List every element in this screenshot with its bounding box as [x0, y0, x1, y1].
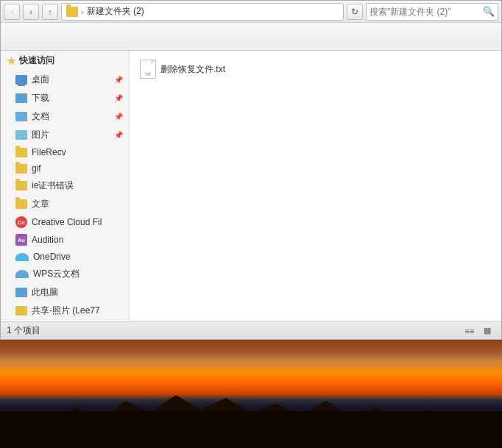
- sidebar-item-label: 桌面: [32, 74, 49, 86]
- search-icon[interactable]: 🔍: [483, 5, 495, 18]
- search-bar[interactable]: 🔍: [366, 3, 498, 21]
- sidebar-item-label: 文档: [32, 110, 49, 123]
- folder-icon: [15, 181, 27, 191]
- download-icon: [15, 93, 27, 103]
- address-bar-area: › 新建文件夹 (2) ↻: [61, 3, 363, 21]
- sidebar-item-label: OneDrive: [33, 252, 71, 262]
- sidebar-item-label: WPS云文档: [33, 268, 79, 280]
- address-bar[interactable]: › 新建文件夹 (2): [61, 3, 344, 21]
- content-area: 删除恢复文件.txt: [130, 51, 501, 321]
- desktop-wallpaper: [0, 340, 502, 448]
- docs-icon: [15, 112, 27, 121]
- sidebar-item-ie-cert[interactable]: ie证书错误: [1, 177, 129, 195]
- creative-cloud-icon: Cc: [15, 216, 27, 228]
- txt-file-icon: [140, 60, 156, 79]
- pin-icon: 📌: [114, 113, 123, 121]
- list-item[interactable]: 删除恢复文件.txt: [135, 57, 268, 82]
- sidebar-item-label: 图片: [32, 129, 49, 141]
- quick-access-label: 快速访问: [19, 54, 54, 67]
- wps-icon: [15, 270, 29, 278]
- sidebar-item-wps-cloud[interactable]: WPS云文档: [1, 265, 129, 283]
- sidebar-item-label: Creative Cloud Fil: [32, 217, 102, 227]
- view-icons: ≡≡ ▦: [462, 324, 495, 338]
- sidebar-item-gif[interactable]: gif: [1, 160, 129, 177]
- sidebar-item-this-pc[interactable]: 此电脑: [1, 283, 129, 302]
- sidebar: ★ 快速访问 桌面 📌 下载 📌 文档 📌: [1, 51, 130, 321]
- pin-icon: 📌: [114, 94, 123, 102]
- sidebar-item-label: 共享-照片 (Lee77: [32, 305, 100, 317]
- pin-icon: 📌: [114, 76, 123, 84]
- sidebar-item-onedrive[interactable]: OneDrive: [1, 249, 129, 265]
- file-explorer-window: ‹ › ↑ › 新建文件夹 (2) ↻ 🔍 ★ 快速访问: [0, 0, 502, 340]
- titlebar: ‹ › ↑ › 新建文件夹 (2) ↻ 🔍: [1, 1, 501, 23]
- sidebar-item-creative-cloud[interactable]: Cc Creative Cloud Fil: [1, 213, 129, 231]
- quick-access-header: ★ 快速访问: [1, 51, 129, 71]
- pictures-icon: [15, 130, 27, 140]
- tiles-view-button[interactable]: ▦: [479, 324, 495, 338]
- sidebar-item-audition[interactable]: Au Audition: [1, 231, 129, 249]
- address-separator: ›: [81, 7, 84, 16]
- back-button[interactable]: ‹: [4, 4, 20, 20]
- sidebar-item-label: gif: [32, 163, 41, 174]
- sidebar-item-label: Audition: [32, 235, 63, 245]
- desktop-icon: [15, 75, 27, 85]
- address-folder-icon: [66, 7, 78, 17]
- forward-button[interactable]: ›: [23, 4, 39, 20]
- sidebar-item-label: ie证书错误: [32, 179, 74, 192]
- star-icon: ★: [7, 55, 16, 67]
- sidebar-item-filerecv[interactable]: FileRecv: [1, 144, 129, 160]
- sidebar-item-desktop[interactable]: 桌面 📌: [1, 71, 129, 89]
- details-view-button[interactable]: ≡≡: [462, 324, 478, 338]
- main-area: ★ 快速访问 桌面 📌 下载 📌 文档 📌: [1, 51, 501, 321]
- sidebar-item-documents[interactable]: 文档 📌: [1, 107, 129, 126]
- share-icon: [15, 306, 27, 316]
- sidebar-item-label: 文章: [32, 198, 49, 210]
- sidebar-item-share-photos[interactable]: 共享-照片 (Lee77: [1, 302, 129, 320]
- sidebar-item-pictures[interactable]: 图片 📌: [1, 126, 129, 144]
- sidebar-item-label: 此电脑: [32, 286, 58, 299]
- sidebar-item-downloads[interactable]: 下载 📌: [1, 89, 129, 107]
- sidebar-item-article[interactable]: 文章: [1, 195, 129, 213]
- file-name: 删除恢复文件.txt: [160, 63, 225, 76]
- sidebar-item-label: 下载: [32, 92, 49, 104]
- pin-icon: 📌: [114, 131, 123, 139]
- up-button[interactable]: ↑: [42, 4, 58, 20]
- refresh-button[interactable]: ↻: [347, 4, 363, 20]
- toolbar: [1, 23, 501, 51]
- onedrive-icon: [15, 253, 29, 261]
- status-bar: 1 个项目 ≡≡ ▦: [1, 321, 501, 339]
- search-input[interactable]: [370, 7, 480, 17]
- folder-icon: [15, 148, 27, 157]
- item-count: 1 个项目: [7, 324, 40, 337]
- folder-icon: [15, 199, 27, 209]
- sidebar-item-label: FileRecv: [32, 147, 66, 157]
- address-path: 新建文件夹 (2): [87, 5, 144, 18]
- audition-icon: Au: [15, 234, 27, 246]
- computer-icon: [15, 288, 27, 297]
- folder-icon: [15, 164, 27, 174]
